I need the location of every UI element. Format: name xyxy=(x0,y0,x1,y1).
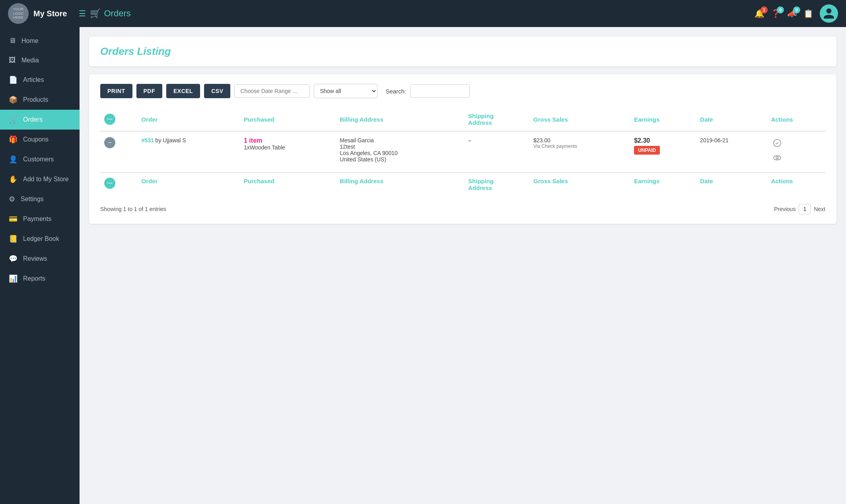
col2-purchased[interactable]: Purchased xyxy=(240,173,336,196)
sidebar-label-ledger-book: Ledger Book xyxy=(23,235,59,242)
col-purchased[interactable]: Purchased xyxy=(240,108,336,131)
purchased-detail: 1xWooden Table xyxy=(244,144,332,151)
help-button[interactable]: ❓ 0 xyxy=(771,9,781,18)
next-button[interactable]: Next xyxy=(814,206,825,212)
row-actions xyxy=(767,131,825,173)
topnav-right: 🔔 1 ❓ 0 📣 0 📋 xyxy=(755,4,838,23)
col2-billing[interactable]: Billing Address xyxy=(336,173,464,196)
sidebar-label-articles: Articles xyxy=(23,76,44,83)
orders-card: PRINT PDF EXCEL CSV Show all Paid Unpaid… xyxy=(89,74,836,224)
billing-addr2: Los Angeles, CA 90010 xyxy=(340,150,460,156)
reports-icon: 📊 xyxy=(9,274,18,283)
menu-icon[interactable]: ☰ xyxy=(79,9,86,18)
avatar-icon xyxy=(823,7,835,20)
previous-button[interactable]: Previous xyxy=(774,206,795,212)
gross-sales-amount: $23.00 xyxy=(533,137,626,143)
customers-icon: 👤 xyxy=(9,155,18,164)
payments-icon: 💳 xyxy=(9,215,18,223)
row-earnings: $2.30 UNPAID xyxy=(630,131,696,173)
col2-date[interactable]: Date xyxy=(696,173,767,196)
user-avatar[interactable] xyxy=(820,4,838,23)
billing-country: United States (US) xyxy=(340,156,460,163)
sidebar-label-reports: Reports xyxy=(23,275,45,282)
col-gross-sales[interactable]: Gross Sales xyxy=(529,108,630,131)
eye-icon xyxy=(773,153,782,162)
col-billing[interactable]: Billing Address xyxy=(336,108,464,131)
earnings-amount: $2.30 xyxy=(634,137,692,144)
approve-button[interactable] xyxy=(771,137,783,150)
sidebar-label-products: Products xyxy=(23,96,48,103)
col-shipping[interactable]: ShippingAddress xyxy=(464,108,529,131)
csv-button[interactable]: CSV xyxy=(204,84,230,98)
row-shipping: – xyxy=(464,131,529,173)
status-indicator: ⋯ xyxy=(104,114,115,125)
sidebar-item-customers[interactable]: 👤 Customers xyxy=(0,149,80,169)
sidebar-item-coupons[interactable]: 🎁 Coupons xyxy=(0,130,80,149)
excel-button[interactable]: EXCEL xyxy=(166,84,200,98)
table-header-row: ⋯ Order Purchased Billing Address Shippi… xyxy=(100,108,825,131)
sidebar-item-reports[interactable]: 📊 Reports xyxy=(0,269,80,289)
sidebar-item-reviews[interactable]: 💬 Reviews xyxy=(0,249,80,269)
sidebar-label-home: Home xyxy=(21,37,39,45)
row-status-icon: − xyxy=(104,137,115,148)
row-status: − xyxy=(100,131,138,173)
svg-point-2 xyxy=(776,157,778,159)
sidebar-item-orders[interactable]: 🛒 Orders xyxy=(0,110,80,130)
sidebar-item-settings[interactable]: ⚙ Settings xyxy=(0,189,80,209)
col2-shipping[interactable]: ShippingAddress xyxy=(464,173,529,196)
sidebar-item-add-to-my-store[interactable]: ✋ Add to My Store xyxy=(0,169,80,189)
home-icon: 🖥 xyxy=(9,37,16,45)
announcements-badge: 0 xyxy=(793,6,800,14)
sidebar-label-add-to-my-store: Add to My Store xyxy=(23,176,69,183)
gross-sales-note: Via Check payments xyxy=(533,143,626,149)
page-title-card: Orders Listing xyxy=(89,37,836,66)
help-badge: 0 xyxy=(777,6,784,14)
col2-gross-sales[interactable]: Gross Sales xyxy=(529,173,630,196)
search-input[interactable] xyxy=(410,84,470,98)
coupons-icon: 🎁 xyxy=(9,135,18,144)
table-row: − #531 by Ujjawal S 1 item 1xWooden Tabl… xyxy=(100,131,825,173)
announcements-button[interactable]: 📣 0 xyxy=(787,9,797,18)
page-title: Orders Listing xyxy=(100,45,171,57)
row-billing: Mesail Garcia 12test Los Angeles, CA 900… xyxy=(336,131,464,173)
notes-icon: 📋 xyxy=(803,9,813,18)
col2-earnings[interactable]: Earnings xyxy=(630,173,696,196)
sidebar-label-media: Media xyxy=(21,57,39,64)
check-circle-icon xyxy=(773,139,782,147)
order-link[interactable]: #531 xyxy=(142,137,154,143)
print-button[interactable]: PRINT xyxy=(100,84,132,98)
col-earnings[interactable]: Earnings xyxy=(630,108,696,131)
view-button[interactable] xyxy=(771,152,783,165)
sidebar-item-products[interactable]: 📦 Products xyxy=(0,90,80,110)
reviews-icon: 💬 xyxy=(9,254,18,263)
col2-order[interactable]: Order xyxy=(138,173,240,196)
row-date: 2019-06-21 xyxy=(696,131,767,173)
sidebar-item-media[interactable]: 🖼 Media xyxy=(0,50,80,70)
col-actions: Actions xyxy=(767,108,825,131)
ledger-book-icon: 📒 xyxy=(9,235,18,243)
sidebar-item-articles[interactable]: 📄 Articles xyxy=(0,70,80,90)
date-range-input[interactable] xyxy=(234,84,310,98)
sidebar-item-home[interactable]: 🖥 Home xyxy=(0,31,80,50)
sidebar-item-payments[interactable]: 💳 Payments xyxy=(0,209,80,229)
table-footer: Showing 1 to 1 of 1 entries Previous 1 N… xyxy=(100,204,825,214)
notes-button[interactable]: 📋 xyxy=(803,9,813,18)
settings-icon: ⚙ xyxy=(9,195,15,204)
purchased-count: 1 item xyxy=(244,137,332,144)
col2-actions: Actions xyxy=(767,173,825,196)
col-status: ⋯ xyxy=(100,108,138,131)
pdf-button[interactable]: PDF xyxy=(136,84,163,98)
col-date[interactable]: Date xyxy=(696,108,767,131)
main-content: Orders Listing PRINT PDF EXCEL CSV Show … xyxy=(80,27,846,504)
show-all-select[interactable]: Show all Paid Unpaid Pending xyxy=(314,84,377,98)
sidebar-label-coupons: Coupons xyxy=(23,136,49,143)
sidebar-item-ledger-book[interactable]: 📒 Ledger Book xyxy=(0,229,80,249)
row-order: #531 by Ujjawal S xyxy=(138,131,240,173)
notifications-badge: 1 xyxy=(760,6,768,14)
topnav: YOUR LOGO HERE My Store ☰ 🛒 Orders 🔔 1 ❓… xyxy=(0,0,846,27)
pagination: Previous 1 Next xyxy=(774,204,825,214)
col-order[interactable]: Order xyxy=(138,108,240,131)
notifications-button[interactable]: 🔔 1 xyxy=(755,9,764,18)
cart-icon: 🛒 xyxy=(90,8,101,19)
sidebar-label-orders: Orders xyxy=(23,116,43,123)
